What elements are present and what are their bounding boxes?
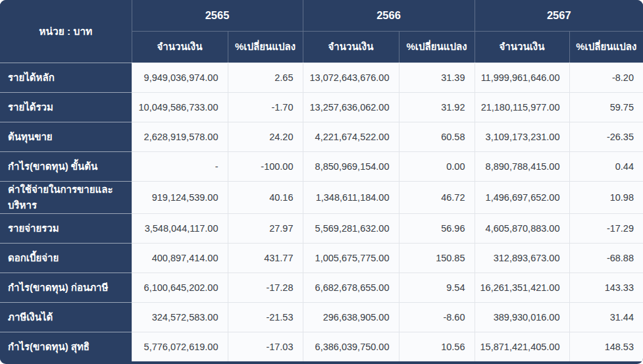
change-cell: 31.39 xyxy=(399,63,475,92)
amount-cell: 389,930,016.00 xyxy=(475,302,569,332)
amount-cell: 3,548,044,117.00 xyxy=(132,213,228,243)
change-cell: 2.65 xyxy=(228,63,303,92)
table-row: ต้นทุนขาย 2,628,919,578.00 24.20 4,221,6… xyxy=(0,122,643,151)
row-label: ค่าใช้จ่ายในการขายและบริหาร xyxy=(0,181,132,213)
unit-header: หน่วย : บาท xyxy=(0,0,132,63)
change-cell: -8.60 xyxy=(399,302,475,332)
amount-cell: 6,100,645,202.00 xyxy=(132,273,228,302)
change-cell: 59.75 xyxy=(569,92,643,122)
amount-cell: 13,072,643,676.00 xyxy=(303,63,399,92)
change-cell: 46.72 xyxy=(399,181,475,213)
amount-cell: 296,638,905.00 xyxy=(303,302,399,332)
amount-cell: 13,257,636,062.00 xyxy=(303,92,399,122)
amount-cell: 15,871,421,405.00 xyxy=(475,332,569,361)
table-row: รายได้รวม 10,049,586,733.00 -1.70 13,257… xyxy=(0,92,643,122)
change-cell: 0.44 xyxy=(569,151,643,181)
amount-cell: 8,890,788,415.00 xyxy=(475,151,569,181)
change-cell: -17.03 xyxy=(228,332,303,361)
table-row: กำไร(ขาดทุน) ก่อนภาษี 6,100,645,202.00 -… xyxy=(0,273,643,302)
amount-cell: 11,999,961,646.00 xyxy=(475,63,569,92)
financial-statement-table: หน่วย : บาท 2565 2566 2567 จำนวนเงิน %เป… xyxy=(0,0,643,361)
amount-cell: 10,049,586,733.00 xyxy=(132,92,228,122)
change-cell: -17.28 xyxy=(228,273,303,302)
amount-cell: 6,682,678,655.00 xyxy=(303,273,399,302)
amount-cell: 6,386,039,750.00 xyxy=(303,332,399,361)
row-label: รายจ่ายรวม xyxy=(0,213,132,243)
amount-cell: 312,893,673.00 xyxy=(475,243,569,273)
change-cell: -21.53 xyxy=(228,302,303,332)
amount-cell: 4,221,674,522.00 xyxy=(303,122,399,151)
row-label: ต้นทุนขาย xyxy=(0,122,132,151)
amount-cell: 9,949,036,974.00 xyxy=(132,63,228,92)
row-label: ดอกเบี้ยจ่าย xyxy=(0,243,132,273)
amount-header-2565: จำนวนเงิน xyxy=(132,31,228,63)
change-cell: 10.56 xyxy=(399,332,475,361)
row-label: กำไร(ขาดทุน) ขั้นต้น xyxy=(0,151,132,181)
change-cell: 56.96 xyxy=(399,213,475,243)
amount-cell: 919,124,539.00 xyxy=(132,181,228,213)
table-row: กำไร(ขาดทุน) สุทธิ 5,776,072,619.00 -17.… xyxy=(0,332,643,361)
year-header-2566: 2566 xyxy=(303,0,475,31)
change-header-2565: %เปลี่ยนแปลง xyxy=(228,31,303,63)
change-cell: 31.44 xyxy=(569,302,643,332)
amount-cell: 5,569,281,632.00 xyxy=(303,213,399,243)
change-header-2566: %เปลี่ยนแปลง xyxy=(399,31,475,63)
amount-header-2566: จำนวนเงิน xyxy=(303,31,399,63)
amount-cell: 2,628,919,578.00 xyxy=(132,122,228,151)
change-cell: 27.97 xyxy=(228,213,303,243)
change-cell: 9.54 xyxy=(399,273,475,302)
change-cell: 60.58 xyxy=(399,122,475,151)
amount-cell: 1,348,611,184.00 xyxy=(303,181,399,213)
amount-cell: 4,605,870,883.00 xyxy=(475,213,569,243)
change-cell: 143.33 xyxy=(569,273,643,302)
table-row: ค่าใช้จ่ายในการขายและบริหาร 919,124,539.… xyxy=(0,181,643,213)
amount-cell: 5,776,072,619.00 xyxy=(132,332,228,361)
amount-cell: 400,897,414.00 xyxy=(132,243,228,273)
change-cell: -17.29 xyxy=(569,213,643,243)
year-header-2565: 2565 xyxy=(132,0,303,31)
amount-cell: 1,496,697,652.00 xyxy=(475,181,569,213)
row-label: ภาษีเงินได้ xyxy=(0,302,132,332)
change-header-2567: %เปลี่ยนแปลง xyxy=(569,31,643,63)
change-cell: 431.77 xyxy=(228,243,303,273)
change-cell: 0.00 xyxy=(399,151,475,181)
table-row: กำไร(ขาดทุน) ขั้นต้น - -100.00 8,850,969… xyxy=(0,151,643,181)
change-cell: 24.20 xyxy=(228,122,303,151)
amount-cell: 3,109,173,231.00 xyxy=(475,122,569,151)
amount-cell: - xyxy=(132,151,228,181)
table-row: ดอกเบี้ยจ่าย 400,897,414.00 431.77 1,005… xyxy=(0,243,643,273)
change-cell: 10.98 xyxy=(569,181,643,213)
amount-cell: 1,005,675,775.00 xyxy=(303,243,399,273)
change-cell: 40.16 xyxy=(228,181,303,213)
year-header-2567: 2567 xyxy=(475,0,643,31)
change-cell: -100.00 xyxy=(228,151,303,181)
year-header-row: หน่วย : บาท 2565 2566 2567 xyxy=(0,0,643,31)
amount-cell: 21,180,115,977.00 xyxy=(475,92,569,122)
change-cell: -68.88 xyxy=(569,243,643,273)
table-row: ภาษีเงินได้ 324,572,583.00 -21.53 296,63… xyxy=(0,302,643,332)
table-row: รายได้หลัก 9,949,036,974.00 2.65 13,072,… xyxy=(0,63,643,92)
change-cell: 31.92 xyxy=(399,92,475,122)
amount-cell: 16,261,351,421.00 xyxy=(475,273,569,302)
table-row: รายจ่ายรวม 3,548,044,117.00 27.97 5,569,… xyxy=(0,213,643,243)
change-cell: 148.53 xyxy=(569,332,643,361)
change-cell: -1.70 xyxy=(228,92,303,122)
change-cell: 150.85 xyxy=(399,243,475,273)
row-label: กำไร(ขาดทุน) ก่อนภาษี xyxy=(0,273,132,302)
amount-header-2567: จำนวนเงิน xyxy=(475,31,569,63)
row-label: รายได้หลัก xyxy=(0,63,132,92)
financial-table-container: หน่วย : บาท 2565 2566 2567 จำนวนเงิน %เป… xyxy=(0,0,643,364)
amount-cell: 324,572,583.00 xyxy=(132,302,228,332)
row-label: รายได้รวม xyxy=(0,92,132,122)
change-cell: -26.35 xyxy=(569,122,643,151)
amount-cell: 8,850,969,154.00 xyxy=(303,151,399,181)
row-label: กำไร(ขาดทุน) สุทธิ xyxy=(0,332,132,361)
change-cell: -8.20 xyxy=(569,63,643,92)
